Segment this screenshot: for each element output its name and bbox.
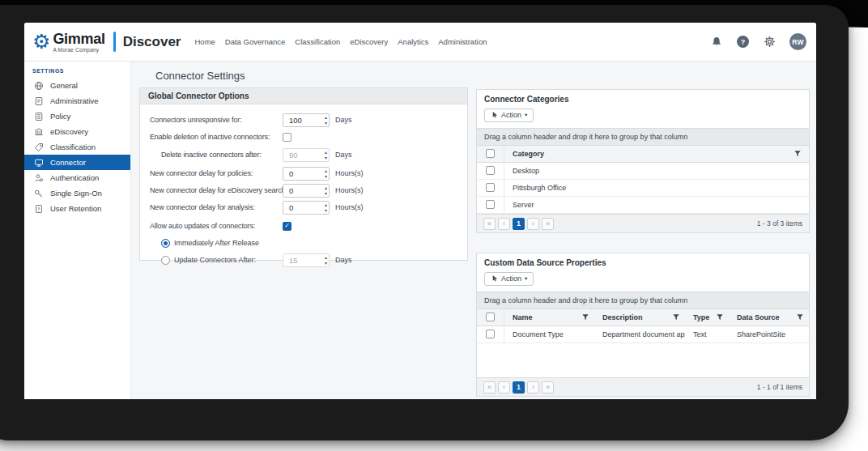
app-window: ⚙ Gimmal A Morae Company Discover Home D… — [24, 23, 816, 399]
spinner-up-icon[interactable]: ▴ — [325, 202, 327, 208]
sidebar-item-label: User Retention — [50, 204, 101, 213]
sidebar-item-policy[interactable]: Policy — [24, 108, 130, 124]
enable-deletion-checkbox[interactable] — [283, 133, 291, 142]
immediately-after-release-radio[interactable] — [161, 239, 170, 248]
filter-funnel-icon[interactable] — [581, 313, 589, 321]
action-button-label: Action — [501, 111, 521, 119]
pager-first-button[interactable]: « — [483, 218, 496, 230]
delay-policies-stepper[interactable]: ▴▾ — [283, 167, 330, 181]
column-header-description[interactable]: Description — [602, 313, 643, 321]
select-all-checkbox[interactable] — [486, 313, 495, 321]
pager-last-button[interactable]: » — [542, 218, 554, 230]
pager-page-1-button[interactable]: 1 — [513, 381, 525, 394]
delay-analysis-stepper[interactable]: ▴▾ — [283, 201, 330, 215]
pager-last-button[interactable]: » — [542, 381, 554, 394]
sidebar-item-ediscovery[interactable]: eDiscovery — [24, 124, 130, 139]
unresponsive-days-stepper[interactable]: ▴▾ — [283, 113, 330, 127]
category-cell: Pittsburgh Office — [504, 184, 809, 192]
sidebar-item-label: Single Sign-On — [50, 189, 102, 198]
delay-ediscovery-stepper[interactable]: ▴▾ — [283, 184, 330, 198]
sidebar-item-label: Authentication — [50, 173, 99, 182]
unresponsive-days-input[interactable] — [283, 116, 329, 125]
auto-updates-checkbox[interactable]: ✓ — [283, 222, 291, 231]
gimmal-gear-logo-icon: ⚙ — [32, 32, 50, 52]
spinner-down-icon[interactable]: ▾ — [325, 208, 327, 214]
sidebar-item-general[interactable]: General — [24, 78, 130, 93]
sidebar-item-connector[interactable]: Connector — [24, 155, 130, 170]
row-checkbox[interactable] — [486, 183, 495, 192]
filter-funnel-icon[interactable] — [796, 313, 804, 321]
sidebar-item-label: eDiscovery — [50, 127, 88, 136]
row-checkbox[interactable] — [486, 330, 495, 338]
panel-title: Global Connector Options — [140, 88, 467, 104]
table-row[interactable]: Pittsburgh Office — [477, 180, 809, 197]
row-checkbox[interactable] — [486, 166, 495, 175]
spinner-down-icon[interactable]: ▾ — [325, 174, 327, 180]
column-header-category[interactable]: Category — [513, 150, 544, 158]
notifications-bell-icon[interactable] — [710, 36, 723, 49]
filter-funnel-icon[interactable] — [716, 313, 724, 321]
help-icon[interactable]: ? — [737, 36, 749, 48]
chevron-down-icon: ▾ — [525, 275, 527, 282]
category-cell: Server — [504, 201, 809, 209]
row-checkbox[interactable] — [486, 200, 495, 209]
properties-action-button[interactable]: Action ▾ — [484, 272, 534, 286]
spinner-up-icon[interactable]: ▴ — [325, 185, 327, 191]
nav-item-data-governance[interactable]: Data Governance — [225, 37, 285, 46]
nav-item-ediscovery[interactable]: eDiscovery — [350, 37, 388, 46]
user-gear-icon — [34, 173, 44, 183]
sidebar-item-label: Classification — [50, 143, 96, 151]
update-after-days-input — [283, 256, 329, 265]
nav-item-classification[interactable]: Classification — [295, 37, 340, 46]
pager: « ‹ 1 › » 1 - 1 of 1 items — [477, 377, 809, 396]
chevron-down-icon: ▾ — [525, 112, 527, 118]
spinner-down-icon[interactable]: ▾ — [325, 121, 327, 126]
column-header-data-source[interactable]: Data Source — [737, 313, 780, 321]
app-header: ⚙ Gimmal A Morae Company Discover Home D… — [24, 23, 816, 62]
sidebar-item-authentication[interactable]: Authentication — [24, 170, 130, 185]
delay-policies-input[interactable] — [283, 169, 329, 178]
select-all-checkbox[interactable] — [486, 149, 495, 158]
filter-funnel-icon[interactable] — [672, 313, 680, 321]
unresponsive-unit: Days — [335, 116, 352, 124]
sidebar-item-administrative[interactable]: Administrative — [24, 93, 130, 108]
header-actions: ? RW — [710, 33, 806, 50]
spinner-up-icon[interactable]: ▴ — [325, 115, 327, 121]
column-header-type[interactable]: Type — [693, 313, 709, 321]
sidebar-item-single-sign-on[interactable]: Single Sign-On — [24, 185, 130, 201]
pager-prev-button[interactable]: ‹ — [498, 218, 510, 230]
sidebar-section-label: SETTINGS — [32, 68, 130, 74]
pager-prev-button[interactable]: ‹ — [498, 381, 510, 394]
column-header-name[interactable]: Name — [513, 313, 533, 321]
delay-ediscovery-input[interactable] — [283, 186, 329, 195]
group-drop-zone[interactable]: Drag a column header and drop it here to… — [477, 291, 809, 309]
nav-item-home[interactable]: Home — [194, 37, 215, 46]
table-row[interactable]: Document Type Department document applie… — [477, 326, 809, 343]
user-avatar[interactable]: RW — [789, 33, 806, 50]
pager-next-button[interactable]: › — [527, 218, 539, 230]
group-drop-zone[interactable]: Drag a column header and drop it here to… — [477, 128, 809, 146]
nav-item-analytics[interactable]: Analytics — [398, 37, 428, 46]
settings-gear-icon[interactable] — [763, 36, 776, 49]
page-title: Connector Settings — [155, 70, 245, 82]
sidebar-item-classification[interactable]: Classification — [24, 139, 130, 155]
update-connectors-after-label: Update Connectors After: — [174, 256, 256, 264]
nav-item-administration[interactable]: Administration — [438, 37, 487, 46]
table-row[interactable]: Server — [477, 197, 809, 214]
pager-next-button[interactable]: › — [527, 381, 539, 394]
spinner-down-icon: ▾ — [325, 261, 327, 266]
spinner-down-icon[interactable]: ▾ — [325, 191, 327, 197]
update-connectors-after-radio[interactable] — [161, 256, 170, 265]
globe-icon — [34, 81, 44, 91]
pager-first-button[interactable]: « — [483, 381, 496, 394]
spinner-up-icon[interactable]: ▴ — [325, 168, 327, 174]
delay-analysis-input[interactable] — [283, 203, 329, 212]
filter-funnel-icon[interactable] — [794, 150, 802, 158]
table-row[interactable]: Desktop — [477, 163, 809, 180]
categories-action-button[interactable]: Action ▾ — [484, 108, 534, 122]
delete-after-label: Delete inactive connectors after: — [150, 151, 283, 159]
pager-summary: 1 - 3 of 3 items — [757, 219, 802, 228]
sidebar-item-user-retention[interactable]: User Retention — [24, 201, 130, 216]
pager-page-1-button[interactable]: 1 — [513, 218, 525, 230]
product-name: Discover — [123, 34, 181, 50]
